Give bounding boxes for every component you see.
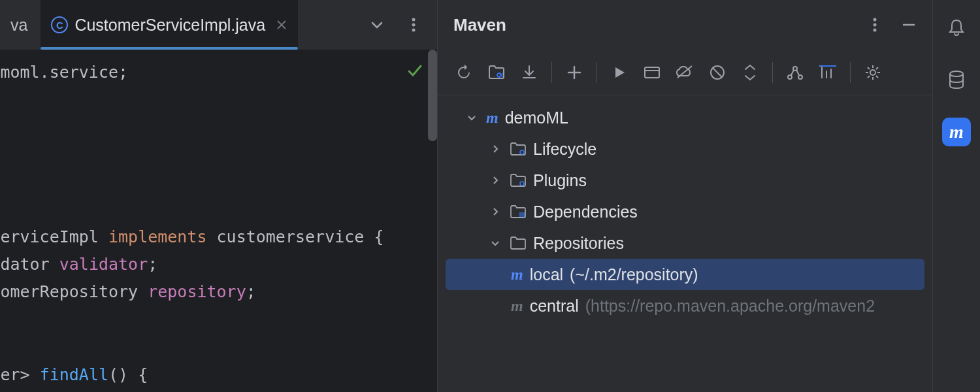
inspection-ok-icon[interactable] (406, 61, 424, 80)
svg-rect-7 (645, 67, 659, 78)
maven-tool-icon[interactable]: m (942, 118, 971, 146)
editor-scrollbar[interactable] (428, 50, 437, 141)
code-editor[interactable]: ample.demoml.service; uctor ustomerServi… (0, 50, 437, 392)
close-tab-icon[interactable] (276, 19, 287, 31)
toolbar-separator (596, 62, 597, 83)
code-text: findAll (40, 365, 108, 384)
tree-node-plugins[interactable]: Plugins (438, 165, 932, 196)
tree-node-root[interactable]: m demoML (438, 102, 932, 133)
database-icon[interactable] (942, 65, 971, 94)
code-text: repository (148, 282, 246, 301)
tree-label: central (530, 297, 579, 316)
tree-detail: (https://repo.maven.apache.org/maven2 (585, 297, 875, 316)
code-text: t<Customer> (0, 365, 40, 384)
tree-label: Dependencies (533, 203, 638, 221)
maven-repo-icon: m (511, 297, 523, 315)
code-text: validator (59, 255, 148, 274)
maven-tool-window: Maven (438, 0, 933, 392)
java-class-icon: C (51, 16, 68, 33)
show-diagram-icon[interactable] (812, 57, 843, 88)
tree-node-local-repo[interactable]: m local (~/.m2/repository) (446, 259, 924, 290)
toolbar-separator (551, 62, 552, 83)
folder-icon (510, 236, 527, 250)
chevron-down-icon[interactable] (464, 112, 480, 123)
svg-point-1 (412, 24, 416, 27)
chevron-right-icon[interactable] (487, 175, 503, 186)
maven-toolbar (438, 50, 932, 95)
notifications-icon[interactable] (942, 13, 971, 42)
folder-lib-icon (510, 204, 527, 219)
tree-label: Repositories (533, 234, 624, 253)
code-text: ample.demoml.service; (0, 63, 128, 82)
tree-label: Plugins (533, 171, 587, 190)
svg-line-11 (713, 68, 722, 77)
code-text: ustomerServiceImpl (0, 227, 108, 246)
svg-point-18 (950, 71, 963, 76)
code-text: CustomerRepository (0, 282, 148, 301)
svg-point-15 (870, 70, 875, 75)
svg-point-4 (874, 24, 877, 27)
tab-customerserviceimpl[interactable]: C CustomerServiceImpl.java (41, 0, 298, 50)
svg-point-17 (520, 182, 524, 186)
run-icon[interactable] (604, 57, 635, 88)
tree-detail: (~/.m2/repository) (570, 265, 698, 284)
svg-point-3 (874, 18, 877, 22)
maven-header: Maven (438, 0, 932, 50)
reload-icon[interactable] (448, 57, 480, 88)
add-project-icon[interactable] (559, 57, 590, 88)
code-text: ; (148, 255, 157, 274)
right-tool-stripe: m (933, 0, 980, 392)
svg-point-5 (874, 29, 877, 32)
tab-actions (368, 16, 437, 34)
tree-node-central-repo[interactable]: m central (https://repo.maven.apache.org… (438, 290, 932, 321)
tree-node-repositories[interactable]: Repositories (438, 227, 932, 259)
toolbar-separator (850, 62, 851, 83)
tab-more-icon[interactable] (404, 16, 423, 34)
collapse-all-icon[interactable] (734, 57, 766, 88)
toggle-offline-icon[interactable] (669, 57, 700, 88)
toolbar-separator (772, 62, 773, 83)
code-text: Validator (0, 255, 59, 274)
maven-title: Maven (453, 15, 506, 35)
tab-label: CustomerServiceImpl.java (74, 16, 265, 35)
svg-point-13 (788, 75, 792, 79)
folder-gear-icon (510, 173, 527, 188)
tree-node-lifecycle[interactable]: Lifecycle (438, 133, 932, 165)
folder-gear-icon (510, 142, 527, 156)
tree-label: local (530, 265, 563, 284)
tabs-dropdown-icon[interactable] (368, 16, 386, 34)
code-text: () { (108, 365, 148, 384)
chevron-right-icon[interactable] (487, 144, 503, 154)
show-dependencies-icon[interactable] (779, 57, 811, 88)
chevron-right-icon[interactable] (487, 206, 503, 217)
tab-label: va (10, 16, 30, 35)
execute-goal-icon[interactable] (636, 57, 668, 88)
svg-point-2 (412, 29, 416, 32)
svg-point-14 (798, 75, 802, 79)
chevron-down-icon[interactable] (487, 238, 503, 248)
maven-options-icon[interactable] (866, 16, 884, 34)
maven-tree: m demoML Lifecycle Plugins (438, 95, 932, 392)
code-text: implements (108, 227, 217, 246)
settings-icon[interactable] (857, 57, 889, 88)
tree-label: demoML (505, 108, 568, 127)
svg-point-0 (412, 18, 416, 22)
editor-pane: va C CustomerServiceImpl.java ample.demo… (0, 0, 438, 392)
generate-sources-icon[interactable] (481, 57, 512, 88)
tab-previous-partial[interactable]: va (0, 0, 41, 50)
code-text: customerservice { (217, 227, 384, 246)
editor-tab-bar: va C CustomerServiceImpl.java (0, 0, 437, 50)
tree-label: Lifecycle (533, 140, 596, 159)
maven-repo-icon: m (511, 266, 523, 284)
minimize-icon[interactable] (901, 17, 917, 33)
code-text: ; (246, 282, 256, 301)
tree-node-dependencies[interactable]: Dependencies (438, 196, 932, 227)
maven-module-icon: m (486, 109, 498, 127)
skip-tests-icon[interactable] (702, 57, 733, 88)
svg-point-16 (520, 150, 524, 154)
download-sources-icon[interactable] (514, 57, 545, 88)
